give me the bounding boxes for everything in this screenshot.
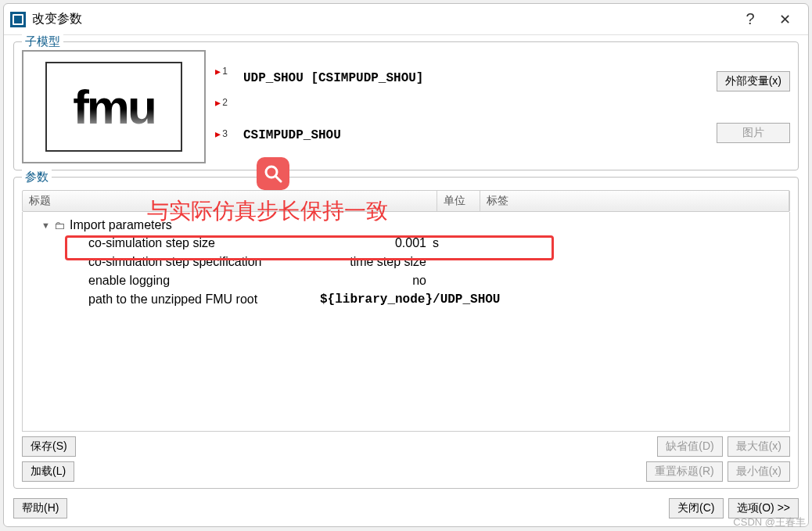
param-row-enable-logging[interactable]: enable logging no — [26, 271, 786, 290]
param-row-fmu-path[interactable]: path to the unzipped FMU root ${library_… — [26, 290, 786, 309]
submodel-text: UDP_SHOU [CSIMPUDP_SHOU] CSIMPUDP_SHOU — [220, 71, 702, 142]
default-button: 缺省值(D) — [657, 436, 722, 457]
param-unit — [433, 274, 472, 288]
param-name: co-simulation step specification — [88, 255, 307, 269]
submodel-right-buttons: 外部变量(x) 图片 — [717, 71, 790, 143]
reset-title-button: 重置标题(R) — [646, 461, 722, 482]
param-name: enable logging — [88, 274, 307, 288]
image-button: 图片 — [717, 123, 790, 143]
search-icon — [257, 157, 289, 190]
watermark: CSDN @王春丰 — [733, 515, 806, 529]
param-group-row[interactable]: ▼ 🗀 Import parameters — [26, 217, 786, 234]
port-3: ▸3 — [215, 128, 228, 139]
params-footer-1: 保存(S) 缺省值(D) 最大值(x) — [22, 436, 790, 457]
fmu-thumbnail: fmu ▸1 ▸2 ▸3 — [22, 50, 206, 163]
param-name: path to the unzipped FMU root — [88, 292, 320, 307]
submodel-row: fmu ▸1 ▸2 ▸3 UDP_SHOU [CSIMPUDP_SHOU] CS… — [22, 50, 790, 163]
header-tag[interactable]: 标签 — [480, 191, 789, 211]
caret-down-icon[interactable]: ▼ — [41, 221, 54, 230]
window-title: 改变参数 — [32, 11, 733, 27]
close-button[interactable]: 关闭(C) — [669, 498, 723, 518]
help-button[interactable]: 帮助(H) — [13, 498, 67, 518]
param-value[interactable]: no — [307, 274, 433, 288]
folder-icon: 🗀 — [54, 219, 65, 231]
params-group: 参数 与实际仿真步长保持一致 标题 单位 标签 ▼ 🗀 Import param… — [13, 177, 799, 489]
submodel-group-label: 子模型 — [22, 34, 63, 49]
param-unit — [433, 255, 472, 269]
titlebar: 改变参数 ? ✕ — [4, 4, 808, 35]
param-value[interactable]: time step size — [307, 255, 433, 269]
param-value[interactable]: ${library_node}/UDP_SHOU — [320, 292, 506, 307]
dialog-footer: 帮助(H) 关闭(C) 选项(O) >> — [4, 495, 808, 526]
submodel-name: UDP_SHOU [CSIMPUDP_SHOU] — [243, 71, 702, 85]
header-unit[interactable]: 单位 — [437, 191, 480, 211]
load-button[interactable]: 加载(L) — [22, 461, 74, 482]
fmu-logo-text: fmu — [73, 85, 155, 129]
param-group-name: Import parameters — [70, 218, 172, 232]
submodel-group: 子模型 fmu ▸1 ▸2 ▸3 UDP_SHOU [CSIMPUDP_SHOU… — [13, 41, 799, 170]
port-1: ▸1 — [215, 66, 228, 77]
param-value[interactable]: 0.001 — [307, 236, 433, 250]
close-icon[interactable]: ✕ — [767, 7, 802, 32]
help-icon[interactable]: ? — [733, 7, 767, 32]
svg-line-1 — [276, 177, 281, 181]
params-group-label: 参数 — [22, 170, 52, 185]
fmu-inner: fmu — [45, 62, 182, 152]
save-button[interactable]: 保存(S) — [22, 436, 76, 457]
param-name: co-simulation step size — [88, 236, 307, 250]
app-icon — [10, 12, 26, 27]
param-table-body: ▼ 🗀 Import parameters co-simulation step… — [22, 212, 790, 432]
fmu-ports: ▸1 ▸2 ▸3 — [215, 66, 228, 139]
max-button: 最大值(x) — [728, 436, 790, 457]
param-row-step-size[interactable]: co-simulation step size 0.001 s — [26, 234, 786, 253]
param-table-header: 标题 单位 标签 — [22, 190, 790, 212]
param-unit: s — [433, 236, 472, 250]
header-title[interactable]: 标题 — [23, 191, 437, 211]
dialog-window: 改变参数 ? ✕ 子模型 fmu ▸1 ▸2 ▸3 UDP_SHOU [C — [3, 3, 809, 527]
external-vars-button[interactable]: 外部变量(x) — [717, 71, 790, 91]
param-row-step-spec[interactable]: co-simulation step specification time st… — [26, 253, 786, 271]
submodel-type: CSIMPUDP_SHOU — [243, 128, 702, 142]
params-footer-2: 加载(L) 重置标题(R) 最小值(x) — [22, 461, 790, 482]
dialog-body: 子模型 fmu ▸1 ▸2 ▸3 UDP_SHOU [CSIMPUDP_SHOU… — [4, 35, 808, 495]
svg-point-0 — [266, 167, 277, 178]
min-button: 最小值(x) — [728, 461, 790, 482]
port-2: ▸2 — [215, 97, 228, 108]
